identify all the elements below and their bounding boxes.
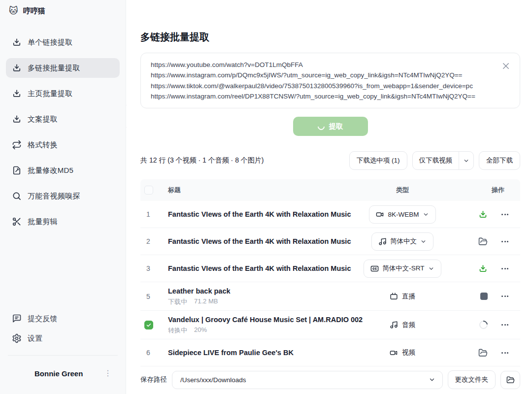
sidebar-divider [8,355,118,356]
row-more-button[interactable] [500,212,509,217]
status-detail: 20% [194,326,207,335]
folder-open-icon [506,376,515,384]
format-label: 8K-WEBM [388,211,419,218]
row-index: 5 [144,293,150,300]
sidebar-item-format-convert[interactable]: 格式转换 [6,135,120,155]
row-more-button[interactable] [500,239,509,244]
video-camera-icon [376,210,384,219]
download-icon [478,210,488,219]
url-textarea[interactable]: https://www.youtube.com/watch?v=DOT1LmQb… [140,53,520,108]
stats-row: 共 12 行 (3 个视频 · 1 个音频 · 8 个图片) 下载选中项 (1)… [140,151,520,170]
row-index: 6 [144,349,150,357]
download-all-button[interactable]: 全部下载 [479,151,520,170]
table-header: 标题 类型 操作 [140,179,520,201]
row-status: 转换中 20% [168,326,338,335]
open-folder-button[interactable] [478,348,488,358]
type-label-group: 音频 [390,321,415,329]
sidebar-item-single-extract[interactable]: 单个链接提取 [6,33,120,52]
chevron-down-icon [428,265,434,272]
save-path-label: 保存路径 [140,375,167,384]
table-row: 2 Fantastic VIews of the Earth 4K with R… [140,228,520,255]
sidebar-item-batch-edit[interactable]: 批量剪辑 [6,212,120,231]
sidebar-item-label: 批量剪辑 [28,217,58,227]
close-icon [501,62,510,70]
video-only-dropdown[interactable] [459,152,473,169]
chevron-down-icon [463,158,469,164]
row-more-button[interactable] [500,266,509,271]
sidebar-item-settings[interactable]: 设置 [6,328,120,348]
download-row-button[interactable] [478,209,488,219]
sidebar: 🐱 哼哼猫 单个链接提取 多链接批量提取 主页批量提取 文案提取 格 [0,0,126,394]
format-label: 简体中文-SRT [382,264,424,273]
format-select[interactable]: 简体中文-SRT [364,260,441,278]
table-row: 6 Sidepiece LIVE from Paulie Gee's BK 视频 [140,339,520,366]
select-all-checkbox[interactable] [144,186,153,195]
file-edit-icon [12,165,22,175]
feedback-chat-icon [12,314,22,324]
download-selected-button[interactable]: 下载选中项 (1) [349,151,407,170]
column-header-type: 类型 [346,186,459,195]
user-menu-kebab-icon[interactable]: ⋮ [101,367,115,379]
url-line: https://www.instagram.com/p/DQmc9x5jIWS/… [151,70,494,80]
spinner-icon [316,122,326,131]
sidebar-item-label: 批量修改MD5 [28,166,73,175]
sidebar-item-copy-extract[interactable]: 文案提取 [6,109,120,129]
music-note-icon [378,237,387,246]
music-note-icon [390,321,398,329]
url-line: https://www.tiktok.com/@walkerpaul28/vid… [151,81,494,91]
sidebar-item-md5[interactable]: 批量修改MD5 [6,161,120,180]
sidebar-item-label: 单个链接提取 [28,38,72,47]
sidebar-item-multi-extract[interactable]: 多链接批量提取 [6,58,120,78]
app-logo-cat-icon: 🐱 [9,6,18,15]
url-line: https://www.instagram.com/reel/DP1X88TCN… [151,91,494,101]
sidebar-item-sniffer[interactable]: 万能音视频嗅探 [6,186,120,206]
table-row: Vandelux | Groovy Café House Music Set |… [140,311,520,339]
download-icon [12,89,22,98]
format-select[interactable]: 简体中文 [371,232,433,251]
column-header-action: 操作 [459,186,518,195]
progress-spinner-icon [478,319,490,331]
row-title: Vandelux | Groovy Café House Music Set |… [168,316,363,324]
folder-open-icon [478,348,488,358]
status-label: 下载中 [168,297,187,306]
format-label: 简体中文 [390,237,417,246]
sidebar-item-label: 提交反馈 [28,314,58,324]
save-path-select[interactable]: /Users/xxx/Downloads [172,371,443,389]
row-index: 3 [144,264,150,272]
page-title: 多链接批量提取 [140,31,520,44]
row-more-button[interactable] [500,350,509,356]
open-folder-button[interactable] [478,236,488,246]
gear-icon [12,333,22,343]
captions-icon [370,264,379,273]
download-row-button[interactable] [478,263,488,273]
sidebar-item-homepage-extract[interactable]: 主页批量提取 [6,84,120,103]
save-path-bar: 保存路径 /Users/xxx/Downloads 更改文件夹 [127,370,532,394]
row-more-button[interactable] [500,294,509,299]
sidebar-item-feedback[interactable]: 提交反馈 [6,309,120,328]
clear-urls-button[interactable] [499,59,513,73]
type-label-group: 直播 [390,292,415,301]
check-icon [146,322,152,328]
chevron-down-icon [429,376,435,383]
extract-button-label: 提取 [329,122,343,131]
row-status: 下载中 71.2 MB [168,297,338,306]
results-summary: 共 12 行 (3 个视频 · 1 个音频 · 8 个图片) [140,156,264,165]
format-select[interactable]: 8K-WEBM [369,205,435,224]
row-index: 2 [144,237,150,245]
open-save-folder-button[interactable] [500,371,520,389]
bulk-actions: 下载选中项 (1) 仅下载视频 全部下载 [349,151,520,170]
scissors-icon [12,217,22,227]
row-title: Fantastic VIews of the Earth 4K with Rel… [168,210,351,218]
video-camera-icon [390,349,398,357]
type-label: 视频 [402,348,415,357]
column-header-title: 标题 [168,186,346,195]
row-checkbox-checked[interactable] [144,321,153,329]
type-label: 直播 [402,292,415,301]
user-profile[interactable]: Bonnie Green ⋮ [6,361,120,389]
video-only-label[interactable]: 仅下载视频 [413,152,459,169]
extract-button[interactable]: 提取 [293,117,368,136]
change-folder-button[interactable]: 更改文件夹 [448,370,496,389]
row-more-button[interactable] [500,322,509,328]
video-only-split-button[interactable]: 仅下载视频 [412,151,474,170]
stop-button[interactable] [480,293,488,300]
